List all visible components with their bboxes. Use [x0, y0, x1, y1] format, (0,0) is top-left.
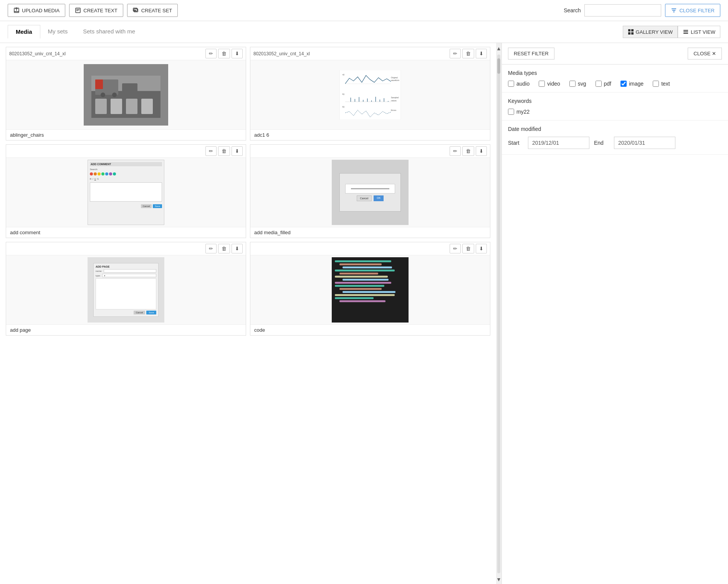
media-thumbnail: Cancel OK — [250, 158, 490, 227]
search-input[interactable] — [584, 4, 661, 17]
main-content: 802013052_univ_cnt_14_xl ✏ 🗑 ⬇ — [0, 43, 728, 584]
media-card: ✏ 🗑 ⬇ — [250, 242, 490, 336]
svg-text:Sampled: Sampled — [391, 96, 399, 99]
create-set-icon — [133, 7, 139, 13]
filter-option-video[interactable]: video — [539, 81, 560, 87]
svg-text:Errors: Errors — [391, 109, 396, 111]
delete-button[interactable]: 🗑 — [218, 49, 230, 58]
create-text-button[interactable]: CREATE TEXT — [69, 4, 123, 17]
download-button[interactable]: ⬇ — [232, 146, 243, 156]
svg-text:b): b) — [342, 106, 344, 108]
scroll-indicator: ▲ ▼ — [496, 43, 501, 584]
media-thumbnail — [6, 60, 246, 129]
svg-rect-27 — [141, 99, 153, 114]
svg-rect-14 — [628, 29, 630, 31]
gallery-view-button[interactable]: GALLERY VIEW — [623, 26, 678, 38]
download-button[interactable]: ⬇ — [476, 49, 487, 58]
media-type-options: audio video svg pdf image — [508, 81, 722, 87]
search-label: Search — [564, 7, 581, 13]
gallery-area[interactable]: 802013052_univ_cnt_14_xl ✏ 🗑 ⬇ — [0, 43, 496, 584]
media-thumbnail: ADD COMMENT Search: B — [6, 158, 246, 227]
media-types-title: Media types — [508, 70, 722, 76]
svg-rect-15 — [631, 29, 634, 31]
media-thumbnail: ADD PAGE name: type: ▼ — [6, 255, 246, 324]
media-card: 802013052_univ_cnt_14_xl ✏ 🗑 ⬇ a) Origin… — [250, 47, 490, 141]
media-types-section: Media types audio video svg pdf — [502, 65, 728, 93]
scroll-track — [497, 55, 500, 573]
close-filter-button[interactable]: CLOSE FILTER — [665, 4, 720, 17]
media-thumbnail — [250, 255, 490, 324]
card-label: code — [250, 324, 490, 335]
edit-button[interactable]: ✏ — [205, 49, 217, 58]
download-button[interactable]: ⬇ — [232, 49, 243, 58]
end-label: End — [594, 140, 609, 146]
tab-my-sets[interactable]: My sets — [40, 25, 76, 39]
image-checkbox[interactable] — [620, 81, 627, 87]
end-date-input[interactable] — [614, 137, 675, 149]
scroll-thumb[interactable] — [497, 58, 500, 74]
edit-button[interactable]: ✏ — [450, 49, 461, 58]
media-card: 802013052_univ_cnt_14_xl ✏ 🗑 ⬇ — [6, 47, 246, 141]
filter-option-svg[interactable]: svg — [569, 81, 586, 87]
tabs-row: Media My sets Sets shared with me GALLER… — [0, 21, 728, 43]
reset-filter-button[interactable]: RESET FILTER — [508, 48, 554, 60]
tab-media[interactable]: Media — [8, 25, 40, 39]
edit-button[interactable]: ✏ — [450, 146, 461, 156]
edit-button[interactable]: ✏ — [450, 244, 461, 253]
card-label: ablinger_chairs — [6, 129, 246, 140]
tabs: Media My sets Sets shared with me — [8, 25, 143, 39]
card-label: add media_filled — [250, 227, 490, 238]
delete-button[interactable]: 🗑 — [462, 146, 474, 156]
date-modified-title: Date modified — [508, 126, 722, 132]
edit-button[interactable]: ✏ — [205, 244, 217, 253]
card-filename: 802013052_univ_cnt_14_xl — [253, 51, 450, 56]
filter-option-text[interactable]: text — [653, 81, 670, 87]
delete-button[interactable]: 🗑 — [218, 244, 230, 253]
edit-button[interactable]: ✏ — [205, 146, 217, 156]
filter-icon — [671, 7, 677, 13]
filter-panel: RESET FILTER CLOSE ✕ Media types audio v… — [501, 43, 728, 584]
filter-option-pdf[interactable]: pdf — [596, 81, 611, 87]
delete-button[interactable]: 🗑 — [462, 49, 474, 58]
gallery-view-icon — [628, 29, 634, 35]
svg-rect-17 — [631, 32, 634, 35]
download-button[interactable]: ⬇ — [476, 146, 487, 156]
audio-checkbox[interactable] — [508, 81, 514, 87]
filter-option-image[interactable]: image — [620, 81, 644, 87]
list-view-button[interactable]: LIST VIEW — [678, 26, 720, 38]
delete-button[interactable]: 🗑 — [218, 146, 230, 156]
view-buttons: GALLERY VIEW LIST VIEW — [623, 26, 720, 38]
gallery-grid: 802013052_univ_cnt_14_xl ✏ 🗑 ⬇ — [6, 47, 490, 336]
svg-rect-32 — [95, 79, 103, 89]
close-filter-panel-button[interactable]: CLOSE ✕ — [688, 48, 722, 60]
svg-rect-16 — [628, 32, 630, 35]
svg-text:values: values — [391, 99, 397, 102]
filter-option-audio[interactable]: audio — [508, 81, 529, 87]
keywords-section: Keywords my22 — [502, 93, 728, 121]
text-checkbox[interactable] — [653, 81, 659, 87]
my22-checkbox[interactable] — [508, 109, 514, 115]
keyword-options: my22 — [508, 109, 722, 115]
delete-button[interactable]: 🗑 — [462, 244, 474, 253]
media-thumbnail: a) Original waveform b) — [250, 60, 490, 129]
keywords-title: Keywords — [508, 98, 722, 104]
media-card: ✏ 🗑 ⬇ Cancel OK — [250, 144, 490, 238]
svg-rect-29 — [122, 83, 137, 95]
start-label: Start — [508, 140, 523, 146]
download-button[interactable]: ⬇ — [232, 244, 243, 253]
svg-checkbox[interactable] — [569, 81, 576, 87]
filter-option-my22[interactable]: my22 — [508, 109, 529, 115]
card-label: add page — [6, 324, 246, 335]
start-date-input[interactable] — [528, 137, 589, 149]
create-set-button[interactable]: CREATE SET — [127, 4, 178, 17]
svg-point-30 — [101, 93, 105, 97]
card-label: add comment — [6, 227, 246, 238]
filter-header: RESET FILTER CLOSE ✕ — [502, 43, 728, 65]
tab-shared[interactable]: Sets shared with me — [75, 25, 143, 39]
pdf-checkbox[interactable] — [596, 81, 602, 87]
date-modified-section: Date modified Start End — [502, 121, 728, 155]
upload-media-button[interactable]: UPLOAD MEDIA — [8, 4, 65, 17]
list-view-icon — [683, 29, 689, 35]
video-checkbox[interactable] — [539, 81, 545, 87]
download-button[interactable]: ⬇ — [476, 244, 487, 253]
